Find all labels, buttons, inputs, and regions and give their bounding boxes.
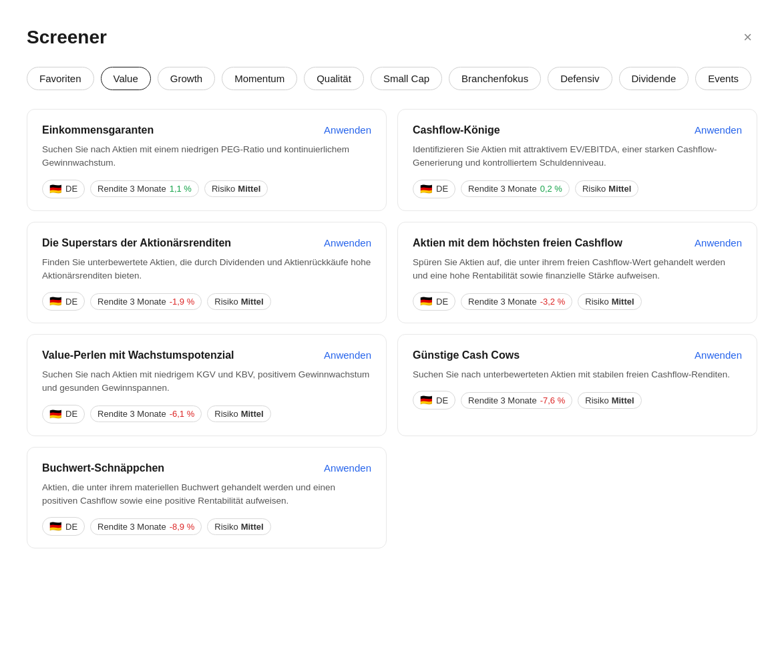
apply-button[interactable]: Anwenden xyxy=(324,462,371,474)
card-title: Buchwert-Schnäppchen xyxy=(42,462,313,474)
rendite-badge: Rendite 3 Monate -8,9 % xyxy=(90,518,202,535)
flag-icon: 🇩🇪 xyxy=(420,183,433,195)
rendite-value: -8,9 % xyxy=(170,522,195,532)
cards-grid: Einkommensgaranten Anwenden Suchen Sie n… xyxy=(27,109,757,436)
flag-icon: 🇩🇪 xyxy=(420,295,433,307)
card-title: Cashflow-Könige xyxy=(413,124,684,136)
rendite-badge: Rendite 3 Monate -1,9 % xyxy=(90,293,202,310)
risiko-badge: Risiko Mittel xyxy=(204,180,268,197)
rendite-value: 0,2 % xyxy=(540,184,562,194)
country-label: DE xyxy=(436,395,448,405)
risiko-label: Risiko xyxy=(582,184,606,194)
rendite-badge: Rendite 3 Monate 0,2 % xyxy=(461,180,570,197)
card-title: Einkommensgaranten xyxy=(42,124,313,136)
apply-button[interactable]: Anwenden xyxy=(324,349,371,361)
card-meta: 🇩🇪 DE Rendite 3 Monate -7,6 % Risiko Mit… xyxy=(413,391,742,409)
rendite-label: Rendite 3 Monate xyxy=(97,522,166,532)
card-header: Buchwert-Schnäppchen Anwenden xyxy=(42,462,371,474)
filter-tab-events[interactable]: Events xyxy=(695,67,751,90)
country-label: DE xyxy=(65,409,77,419)
filter-tab-defensiv[interactable]: Defensiv xyxy=(548,67,612,90)
country-badge: 🇩🇪 DE xyxy=(413,180,455,198)
rendite-label: Rendite 3 Monate xyxy=(97,297,166,307)
apply-button[interactable]: Anwenden xyxy=(695,349,742,361)
filter-tab-dividende[interactable]: Dividende xyxy=(619,67,689,90)
rendite-badge: Rendite 3 Monate -6,1 % xyxy=(90,405,202,422)
country-badge: 🇩🇪 DE xyxy=(42,292,85,311)
country-badge: 🇩🇪 DE xyxy=(42,517,85,536)
card-title: Aktien mit dem höchsten freien Cashflow xyxy=(413,237,684,249)
card-meta: 🇩🇪 DE Rendite 3 Monate -8,9 % Risiko Mit… xyxy=(42,517,371,536)
apply-button[interactable]: Anwenden xyxy=(324,124,371,136)
card-einkommensgaranten: Einkommensgaranten Anwenden Suchen Sie n… xyxy=(27,109,387,211)
card-title: Value-Perlen mit Wachstumspotenzial xyxy=(42,349,313,361)
card-description: Finden Sie unterbewertete Aktien, die du… xyxy=(42,256,371,283)
card-meta: 🇩🇪 DE Rendite 3 Monate -1,9 % Risiko Mit… xyxy=(42,292,371,311)
filter-tabs: FavoritenValueGrowthMomentumQualitätSmal… xyxy=(27,67,757,90)
filter-tab-value[interactable]: Value xyxy=(101,67,151,90)
rendite-value: -6,1 % xyxy=(170,409,195,419)
card-aktien-freien-cashflow: Aktien mit dem höchsten freien Cashflow … xyxy=(397,222,757,324)
risiko-label: Risiko xyxy=(585,395,608,405)
country-label: DE xyxy=(436,184,448,194)
filter-tab-growth[interactable]: Growth xyxy=(158,67,215,90)
risiko-label: Risiko xyxy=(585,297,608,307)
card-header: Aktien mit dem höchsten freien Cashflow … xyxy=(413,237,742,249)
card-header: Cashflow-Könige Anwenden xyxy=(413,124,742,136)
filter-tab-qualitat[interactable]: Qualität xyxy=(304,67,364,90)
rendite-value: -1,9 % xyxy=(170,297,195,307)
apply-button[interactable]: Anwenden xyxy=(695,124,742,136)
risiko-label: Risiko xyxy=(212,184,235,194)
risiko-value: Mittel xyxy=(241,522,264,532)
card-description: Suchen Sie nach unterbewerteten Aktien m… xyxy=(413,368,742,381)
rendite-label: Rendite 3 Monate xyxy=(468,395,537,405)
rendite-label: Rendite 3 Monate xyxy=(97,184,166,194)
card-description: Aktien, die unter ihrem materiellen Buch… xyxy=(42,481,371,508)
country-label: DE xyxy=(65,522,77,532)
country-label: DE xyxy=(436,297,448,307)
risiko-value: Mittel xyxy=(238,184,260,194)
apply-button[interactable]: Anwenden xyxy=(695,237,742,248)
risiko-label: Risiko xyxy=(214,409,238,419)
flag-icon: 🇩🇪 xyxy=(49,183,62,195)
risiko-badge: Risiko Mittel xyxy=(207,405,270,422)
card-value-perlen: Value-Perlen mit Wachstumspotenzial Anwe… xyxy=(27,334,387,436)
country-badge: 🇩🇪 DE xyxy=(42,180,85,198)
risiko-value: Mittel xyxy=(612,297,634,307)
risiko-value: Mittel xyxy=(608,184,631,194)
rendite-badge: Rendite 3 Monate 1,1 % xyxy=(90,180,199,197)
filter-tab-momentum[interactable]: Momentum xyxy=(222,67,297,90)
rendite-value: 1,1 % xyxy=(170,184,192,194)
card-gunstige-cash-cows: Günstige Cash Cows Anwenden Suchen Sie n… xyxy=(397,334,757,436)
card-buchwert-schnappchen: Buchwert-Schnäppchen Anwenden Aktien, di… xyxy=(27,447,387,549)
card-meta: 🇩🇪 DE Rendite 3 Monate 1,1 % Risiko Mitt… xyxy=(42,180,371,198)
rendite-badge: Rendite 3 Monate -3,2 % xyxy=(461,293,572,310)
card-description: Identifizieren Sie Aktien mit attraktive… xyxy=(413,143,742,170)
card-title: Günstige Cash Cows xyxy=(413,349,684,361)
card-header: Die Superstars der Aktionärsrenditen Anw… xyxy=(42,237,371,249)
risiko-value: Mittel xyxy=(241,297,264,307)
risiko-badge: Risiko Mittel xyxy=(578,293,641,310)
flag-icon: 🇩🇪 xyxy=(49,520,62,532)
card-meta: 🇩🇪 DE Rendite 3 Monate -3,2 % Risiko Mit… xyxy=(413,292,742,311)
flag-icon: 🇩🇪 xyxy=(420,394,433,406)
card-header: Günstige Cash Cows Anwenden xyxy=(413,349,742,361)
risiko-badge: Risiko Mittel xyxy=(575,180,638,197)
card-superstars-aktionarsrenditen: Die Superstars der Aktionärsrenditen Anw… xyxy=(27,222,387,324)
rendite-badge: Rendite 3 Monate -7,6 % xyxy=(461,392,572,409)
risiko-badge: Risiko Mittel xyxy=(207,518,270,535)
risiko-badge: Risiko Mittel xyxy=(207,293,270,310)
page-title: Screener xyxy=(27,27,107,48)
filter-tab-favoriten[interactable]: Favoriten xyxy=(27,67,94,90)
filter-tab-branchenfokus[interactable]: Branchenfokus xyxy=(449,67,541,90)
filter-tab-small-cap[interactable]: Small Cap xyxy=(371,67,442,90)
card-title: Die Superstars der Aktionärsrenditen xyxy=(42,237,313,249)
close-button[interactable]: × xyxy=(738,27,757,47)
risiko-label: Risiko xyxy=(214,522,238,532)
card-header: Einkommensgaranten Anwenden xyxy=(42,124,371,136)
page-header: Screener × xyxy=(27,27,757,48)
flag-icon: 🇩🇪 xyxy=(49,408,62,420)
apply-button[interactable]: Anwenden xyxy=(324,237,371,248)
card-description: Suchen Sie nach Aktien mit niedrigem KGV… xyxy=(42,368,371,395)
rendite-label: Rendite 3 Monate xyxy=(468,297,537,307)
